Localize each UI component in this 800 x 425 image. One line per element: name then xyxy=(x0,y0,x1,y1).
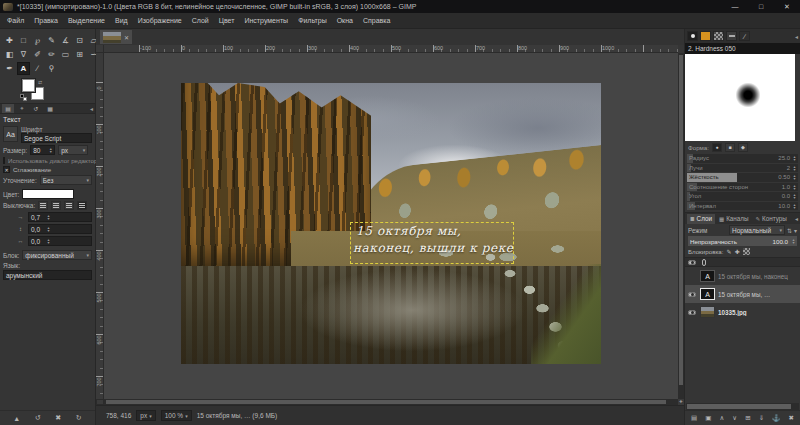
justify-center-icon[interactable] xyxy=(64,201,74,210)
new-layer-icon[interactable]: ▤ xyxy=(691,414,697,422)
unit-dropdown[interactable]: px ▾ xyxy=(136,410,155,421)
angle-slider[interactable]: Угол 0.0 ▴▾ xyxy=(687,192,798,201)
tool-move-icon[interactable]: ✚ xyxy=(3,34,16,47)
menu-windows[interactable]: Окна xyxy=(332,17,358,24)
menu-file[interactable]: Файл xyxy=(2,17,29,24)
layer-row-selected[interactable]: A 15 октября мы, … xyxy=(685,285,800,303)
tool-paintbrush-icon[interactable]: ✐ xyxy=(31,48,44,61)
anchor-layer-icon[interactable]: ⚓ xyxy=(772,414,780,422)
layer-name[interactable]: 10335.jpg xyxy=(718,309,747,316)
tool-ink-icon[interactable]: ✒ xyxy=(3,62,16,75)
shape-diamond-icon[interactable]: ◆ xyxy=(738,143,748,152)
menu-colors[interactable]: Цвет xyxy=(214,17,240,24)
photo-image[interactable]: 15 октября мы, наконец, вышли к реке xyxy=(181,83,601,364)
close-button[interactable]: ✕ xyxy=(774,0,800,13)
spinner-arrows-icon[interactable]: ▴▾ xyxy=(47,147,54,153)
foreground-color-swatch[interactable] xyxy=(22,79,35,92)
spinner-arrows-icon[interactable]: ▴▾ xyxy=(791,165,798,171)
tab-channels[interactable]: ▦ Каналы xyxy=(716,214,752,224)
tool-airbrush-icon[interactable]: ✏ xyxy=(45,48,58,61)
tab-layers[interactable]: ≣ Слои xyxy=(687,214,715,224)
tab-tool-preset[interactable]: ∕ xyxy=(739,31,750,41)
merge-down-icon[interactable]: ⇓ xyxy=(759,414,764,422)
language-field[interactable]: арумынский xyxy=(3,270,92,280)
menu-layer[interactable]: Слой xyxy=(187,17,214,24)
shape-circle-icon[interactable]: ● xyxy=(712,143,722,152)
save-preset-icon[interactable]: ▲ xyxy=(13,415,20,422)
font-picker-button[interactable]: Aa xyxy=(3,126,18,142)
aspect-ratio-slider[interactable]: Соотношение сторон 1.0 ▴▾ xyxy=(687,183,798,192)
dock-collapse-icon[interactable]: ◂ xyxy=(90,105,93,112)
mode-dropdown[interactable]: Нормальный ▾ xyxy=(729,225,785,235)
tool-pencil-icon[interactable]: ∕ xyxy=(31,62,44,75)
minimize-button[interactable]: — xyxy=(722,0,748,13)
dock-menu-icon[interactable]: ◂ xyxy=(795,215,798,222)
tool-paths-icon[interactable]: ✎ xyxy=(45,34,58,47)
chevron-down-icon[interactable]: ▾ xyxy=(794,227,797,234)
dock-menu-icon[interactable]: ◂ xyxy=(795,33,798,40)
text-color-button[interactable] xyxy=(22,189,74,199)
lock-paint-icon[interactable]: ✎ xyxy=(726,248,731,255)
use-editor-checkbox[interactable] xyxy=(3,157,5,164)
delete-layer-icon[interactable]: ✖ xyxy=(788,414,793,422)
menu-filters[interactable]: Фильтры xyxy=(293,17,332,24)
justify-fill-icon[interactable] xyxy=(77,201,87,210)
tool-eraser-icon[interactable]: ▭ xyxy=(59,48,72,61)
hardness-slider[interactable]: Жёсткость 0.50 ▴▾ xyxy=(687,173,798,182)
tool-measure-icon[interactable]: ∡ xyxy=(59,34,72,47)
delete-preset-icon[interactable]: ✖ xyxy=(55,414,61,422)
spinner-arrows-icon[interactable]: ▴▾ xyxy=(791,155,798,161)
spikes-slider[interactable]: Лучи 2 ▴▾ xyxy=(687,164,798,173)
layers-scrollbar[interactable] xyxy=(686,403,799,410)
vertical-ruler[interactable]: 0 100 200 300 400 500 600 700 xyxy=(96,53,104,399)
spinner-arrows-icon[interactable]: ▴▾ xyxy=(791,174,798,180)
tool-bucket-fill-icon[interactable]: ∇ xyxy=(17,48,30,61)
canvas-viewport[interactable]: 15 октября мы, наконец, вышли к реке xyxy=(104,53,678,399)
tool-text-icon[interactable]: A xyxy=(17,62,30,75)
reset-options-icon[interactable]: ↻ xyxy=(76,414,82,422)
tab-palettes[interactable] xyxy=(726,31,737,41)
tab-brushes[interactable] xyxy=(687,31,698,41)
tab-paths[interactable]: ✎ Контуры xyxy=(752,214,789,224)
layer-row[interactable]: A 15 октября мы, наконец xyxy=(685,267,800,285)
lower-layer-icon[interactable]: ∨ xyxy=(732,414,737,422)
menu-help[interactable]: Справка xyxy=(358,17,395,24)
close-tab-icon[interactable]: ✕ xyxy=(124,34,129,41)
size-unit-dropdown[interactable]: px ▾ xyxy=(58,145,88,155)
tab-gradients[interactable] xyxy=(713,31,724,41)
menu-select[interactable]: Выделение xyxy=(63,17,110,24)
canvas-text-line2[interactable]: наконец, вышли к реке xyxy=(353,241,513,255)
spinner-arrows-icon[interactable]: ▴▾ xyxy=(45,214,52,220)
swap-colors-icon[interactable]: ⇄ xyxy=(38,79,42,85)
tool-free-select-icon[interactable]: ℘ xyxy=(31,34,44,47)
radius-slider[interactable]: Радиус 25.0 ▴▾ xyxy=(687,154,798,163)
antialias-checkbox[interactable]: ✕ xyxy=(3,166,10,173)
tool-clone-icon[interactable]: ⊞ xyxy=(73,48,86,61)
spinner-arrows-icon[interactable]: ▴▾ xyxy=(791,203,798,209)
layer-name[interactable]: 15 октября мы, … xyxy=(718,291,770,298)
indent-stepper[interactable]: 0,7 ▴▾ xyxy=(28,212,92,222)
lock-position-icon[interactable]: ✚ xyxy=(734,248,739,255)
justify-right-icon[interactable] xyxy=(51,201,61,210)
mode-switch-icon[interactable]: ⇅ xyxy=(787,227,792,234)
spinner-arrows-icon[interactable]: ▴▾ xyxy=(45,238,52,244)
tab-tool-options[interactable]: ▤ xyxy=(2,104,14,113)
layer-visibility-toggle[interactable] xyxy=(687,292,697,297)
maximize-button[interactable]: □ xyxy=(748,0,774,13)
menu-image[interactable]: Изображение xyxy=(133,17,187,24)
tab-images[interactable]: ▦ xyxy=(44,104,56,113)
tool-crop-icon[interactable]: ⊡ xyxy=(73,34,86,47)
canvas-text-line1[interactable]: 15 октября мы, xyxy=(356,224,513,238)
box-mode-dropdown[interactable]: фиксированный ▾ xyxy=(22,250,92,260)
menu-view[interactable]: Вид xyxy=(110,17,133,24)
default-colors-icon[interactable] xyxy=(20,94,27,101)
line-spacing-stepper[interactable]: 0,0 ▴▾ xyxy=(28,224,92,234)
text-layer-box[interactable]: 15 октября мы, наконец, вышли к реке xyxy=(350,222,514,264)
spinner-arrows-icon[interactable]: ▴▾ xyxy=(791,193,798,199)
shape-square-icon[interactable]: ■ xyxy=(725,143,735,152)
tab-undo-history[interactable]: ↺ xyxy=(30,104,42,113)
image-tab[interactable]: ✕ xyxy=(100,30,132,44)
duplicate-layer-icon[interactable]: ⊞ xyxy=(745,414,750,422)
zoom-dropdown[interactable]: 100 % ▾ xyxy=(161,410,192,421)
tool-gradient-icon[interactable]: ◧ xyxy=(3,48,16,61)
